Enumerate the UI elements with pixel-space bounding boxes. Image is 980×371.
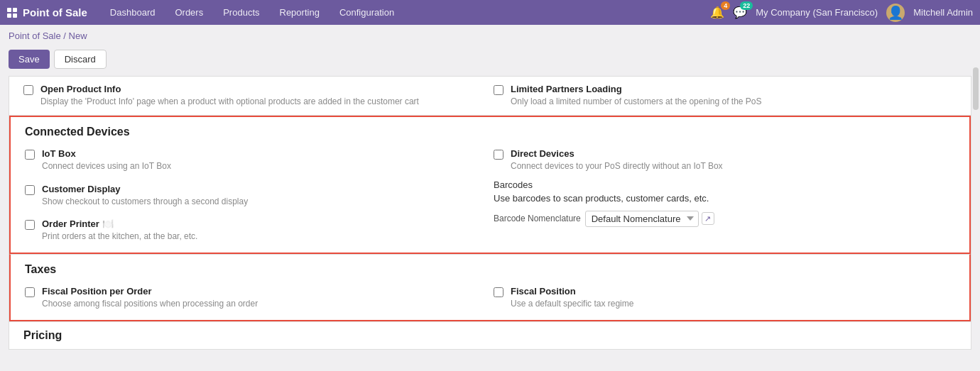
pricing-section: Pricing [9, 321, 971, 349]
save-button[interactable]: Save [9, 50, 50, 69]
limited-partners-desc: Only load a limited number of customers … [511, 96, 762, 108]
menu-item-configuration[interactable]: Configuration [331, 0, 403, 25]
notification-bell[interactable]: 🔔 4 [710, 6, 724, 19]
limited-partners-option: Limited Partners Loading Only load a lim… [494, 84, 957, 108]
iot-box-title: IoT Box [42, 148, 171, 159]
order-printer-title: Order Printer 🍽️ [42, 218, 197, 229]
menu-item-dashboard[interactable]: Dashboard [102, 0, 164, 25]
barcodes-desc: Use barcodes to scan products, customer … [494, 193, 955, 204]
fiscal-position-per-order-option: Fiscal Position per Order Choose among f… [25, 286, 486, 310]
fiscal-position-checkbox[interactable] [494, 287, 503, 297]
company-name: My Company (San Francisco) [756, 7, 878, 18]
barcode-select-wrap: Default Nomenclature GS1 ↗ [585, 211, 714, 227]
connected-devices-body: IoT Box Connect devices using an IoT Box… [11, 143, 969, 253]
customer-display-checkbox[interactable] [25, 185, 35, 195]
pre-section: Open Product Info Display the 'Product I… [9, 77, 971, 116]
fiscal-position-per-order-desc: Choose among fiscal positions when proce… [42, 298, 258, 310]
direct-devices-checkbox[interactable] [494, 150, 503, 160]
discard-button[interactable]: Discard [54, 50, 107, 69]
open-product-info-desc: Display the 'Product Info' page when a p… [40, 96, 419, 108]
order-printer-desc: Print orders at the kitchen, at the bar,… [42, 231, 197, 243]
top-menu: Dashboard Orders Products Reporting Conf… [102, 0, 710, 25]
app-name: Point of Sale [23, 6, 87, 18]
pricing-title: Pricing [23, 329, 957, 342]
fiscal-position-option: Fiscal Position Use a default specific t… [494, 286, 955, 310]
direct-devices-title: Direct Devices [511, 148, 723, 159]
open-product-info-checkbox[interactable] [23, 85, 33, 95]
fiscal-position-per-order-title: Fiscal Position per Order [42, 286, 258, 297]
main-content: Open Product Info Display the 'Product I… [9, 76, 971, 350]
connected-devices-left-col: IoT Box Connect devices using an IoT Box… [25, 148, 486, 243]
breadcrumb: Point of Sale / New [0, 25, 980, 45]
connected-devices-title: Connected Devices [11, 117, 969, 143]
connected-devices-right-col: Direct Devices Connect devices to your P… [494, 148, 955, 243]
toolbar: Save Discard [0, 45, 980, 76]
open-product-info-title: Open Product Info [40, 84, 419, 94]
barcodes-title: Barcodes [494, 179, 955, 190]
order-printer-icon: 🍽️ [102, 218, 114, 229]
taxes-section: Taxes Fiscal Position per Order Choose a… [9, 254, 971, 321]
limited-partners-checkbox[interactable] [494, 85, 503, 95]
order-printer-option: Order Printer 🍽️ Print orders at the kit… [25, 218, 486, 243]
app-logo[interactable]: Point of Sale [7, 6, 87, 18]
connected-devices-section: Connected Devices IoT Box Connect device… [9, 116, 971, 254]
menu-item-orders[interactable]: Orders [166, 0, 212, 25]
customer-display-title: Customer Display [42, 184, 248, 194]
breadcrumb-current: New [69, 31, 87, 41]
top-nav: Point of Sale Dashboard Orders Products … [0, 0, 980, 25]
barcodes-section: Barcodes Use barcodes to scan products, … [494, 179, 955, 227]
order-printer-checkbox[interactable] [25, 220, 35, 230]
topnav-right: 🔔 4 💬 22 My Company (San Francisco) 👤 Mi… [710, 4, 973, 22]
fiscal-position-desc: Use a default specific tax regime [511, 298, 633, 310]
iot-box-option: IoT Box Connect devices using an IoT Box [25, 148, 486, 172]
customer-display-desc: Show checkout to customers through a sec… [42, 196, 248, 208]
fiscal-position-title: Fiscal Position [511, 286, 633, 297]
scrollbar-thumb[interactable] [973, 67, 979, 110]
open-product-info-option: Open Product Info Display the 'Product I… [23, 84, 486, 108]
avatar[interactable]: 👤 [886, 4, 905, 22]
grid-icon [7, 8, 17, 18]
chat-count: 22 [740, 1, 753, 10]
customer-display-option: Customer Display Show checkout to custom… [25, 184, 486, 208]
menu-item-reporting[interactable]: Reporting [271, 0, 328, 25]
direct-devices-desc: Connect devices to your PoS directly wit… [511, 160, 723, 172]
iot-box-checkbox[interactable] [25, 150, 35, 160]
taxes-title: Taxes [11, 255, 969, 280]
scrollbar-track[interactable] [971, 25, 980, 350]
iot-box-desc: Connect devices using an IoT Box [42, 160, 171, 172]
fiscal-position-per-order-checkbox[interactable] [25, 287, 35, 297]
menu-item-products[interactable]: Products [214, 0, 268, 25]
username: Mitchell Admin [913, 7, 973, 18]
barcode-nomenclature-row: Barcode Nomenclature Default Nomenclatur… [494, 211, 955, 227]
external-link-icon[interactable]: ↗ [702, 212, 714, 225]
chat-icon[interactable]: 💬 22 [733, 6, 747, 19]
taxes-body: Fiscal Position per Order Choose among f… [11, 280, 969, 320]
notification-count: 4 [721, 1, 730, 10]
barcode-nomenclature-select[interactable]: Default Nomenclature GS1 [585, 211, 699, 227]
direct-devices-option: Direct Devices Connect devices to your P… [494, 148, 955, 172]
breadcrumb-separator: / [63, 31, 68, 41]
breadcrumb-parent[interactable]: Point of Sale [9, 31, 61, 41]
barcode-nomenclature-label: Barcode Nomenclature [494, 214, 581, 223]
limited-partners-title: Limited Partners Loading [511, 84, 762, 94]
